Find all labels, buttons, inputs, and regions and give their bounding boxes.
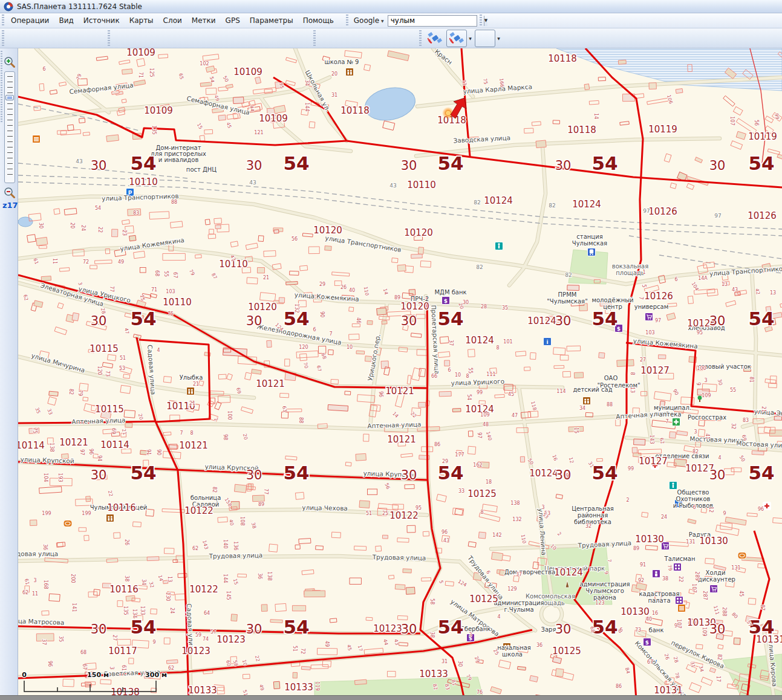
toolbar-grip[interactable] bbox=[346, 15, 348, 26]
search-provider-button[interactable]: Google ▼ bbox=[350, 15, 388, 26]
gps-tool-dropdown[interactable]: ▼ bbox=[495, 30, 502, 47]
panel-grip[interactable] bbox=[1, 51, 2, 123]
zoom-level-label: z17 bbox=[2, 201, 18, 210]
parcel bbox=[419, 403, 426, 407]
quarter-label: 10116 bbox=[109, 584, 138, 595]
house-number: 97 bbox=[79, 449, 85, 455]
house-number: 135 bbox=[123, 606, 128, 615]
menu-item[interactable]: Карты bbox=[125, 15, 158, 27]
parcel bbox=[734, 638, 740, 644]
gps-connect-button[interactable] bbox=[446, 30, 467, 47]
zoom-out-button[interactable] bbox=[3, 186, 16, 199]
house-number: 83 bbox=[133, 210, 139, 216]
house-number: 109 bbox=[480, 412, 489, 418]
house-number: 36 bbox=[257, 573, 262, 579]
menu-item[interactable]: Слои bbox=[158, 15, 187, 27]
quarter-label: 10120 bbox=[248, 302, 277, 313]
toolbar-grip[interactable] bbox=[419, 30, 422, 46]
gps-tool-button[interactable] bbox=[475, 30, 495, 47]
scale-label: 0 bbox=[22, 671, 27, 679]
menu-item[interactable]: GPS bbox=[221, 15, 245, 27]
search-input[interactable] bbox=[388, 16, 484, 25]
menu-item[interactable]: Операции bbox=[6, 15, 54, 27]
poi-label: муниципал. bbox=[654, 404, 691, 411]
menu-item[interactable]: Источник bbox=[79, 15, 125, 27]
parcel bbox=[255, 77, 261, 83]
house-number: 95 bbox=[415, 505, 422, 511]
house-number: 14А bbox=[698, 276, 708, 281]
title-bar[interactable]: SAS.Планета 131111.7624 Stable bbox=[0, 0, 782, 13]
house-number: 57 bbox=[210, 629, 217, 635]
house-number: 4 bbox=[718, 455, 721, 461]
menu-item[interactable]: Помощь bbox=[298, 15, 339, 27]
district-54-label: 54 bbox=[283, 462, 309, 484]
quarter-label: 10124 bbox=[465, 404, 494, 415]
poi-label: Росгосстрах bbox=[688, 414, 726, 421]
house-number: 75 bbox=[32, 427, 37, 433]
quarter-label: 10122 bbox=[189, 584, 218, 595]
district-30-label: 30 bbox=[709, 314, 726, 328]
toolbar-grip[interactable] bbox=[313, 30, 316, 46]
map-canvas[interactable]: P$$ii$$Семафорная улицаСемафорная улицаШ… bbox=[18, 48, 782, 695]
district-30-label: 30 bbox=[246, 158, 262, 173]
menu-item[interactable]: Вид bbox=[54, 15, 78, 27]
house-number: 72 bbox=[300, 648, 305, 654]
house-number: 103 bbox=[166, 289, 175, 294]
scale-label: 150 м bbox=[87, 671, 109, 679]
toolbar-grip[interactable] bbox=[2, 15, 4, 26]
parcel bbox=[168, 445, 178, 449]
quarter-label: 10115 bbox=[95, 404, 124, 415]
house-number: 7 bbox=[638, 296, 644, 299]
poi-label: начальная bbox=[497, 644, 531, 651]
house-number: 109 bbox=[702, 393, 711, 398]
house-number: 20 bbox=[70, 222, 75, 228]
house-number: 12 bbox=[708, 507, 714, 513]
house-number: 2 bbox=[626, 497, 629, 503]
quarter-label: 10125 bbox=[552, 646, 581, 656]
house-number: 59 bbox=[195, 632, 201, 638]
poi-label: Холди bbox=[706, 569, 726, 576]
district-30-label: 30 bbox=[91, 314, 107, 328]
house-number: 35 bbox=[58, 636, 64, 642]
district-54-label: 54 bbox=[591, 616, 617, 638]
house-number: 27 bbox=[112, 635, 117, 641]
toolbar-grip[interactable] bbox=[480, 15, 482, 26]
zoom-slider-handle[interactable] bbox=[5, 95, 14, 100]
menu-item[interactable]: Метки bbox=[187, 15, 221, 27]
quarter-label: 10130 bbox=[621, 606, 650, 617]
search-dropdown-button[interactable]: ▼ bbox=[484, 16, 487, 26]
parcel bbox=[30, 520, 37, 526]
parcel bbox=[445, 360, 450, 366]
grid-purple-icon bbox=[674, 563, 682, 571]
poi-label: районная bbox=[578, 512, 608, 519]
toolbar-grip[interactable] bbox=[108, 30, 110, 46]
house-number: 119 bbox=[314, 681, 320, 690]
toolbar-grip[interactable] bbox=[2, 30, 4, 46]
poi-label: школа bbox=[502, 651, 523, 658]
house-number: 89 bbox=[633, 546, 639, 551]
house-number: 90 bbox=[319, 311, 325, 317]
house-number: 45 bbox=[508, 392, 514, 397]
area-label: площадь bbox=[616, 270, 645, 276]
zoom-in-button[interactable] bbox=[3, 56, 16, 68]
zoom-slider[interactable] bbox=[4, 71, 15, 183]
gps-connect-dropdown[interactable]: ▼ bbox=[467, 30, 474, 47]
parcel bbox=[252, 495, 264, 502]
house-number: 6 bbox=[692, 505, 696, 510]
quarter-label: 10123 bbox=[181, 646, 210, 656]
house-number: 82 bbox=[212, 487, 217, 493]
house-number: 53 bbox=[119, 366, 125, 371]
house-number: 3 bbox=[541, 505, 544, 510]
house-number: 29 bbox=[442, 459, 448, 464]
status-bar bbox=[0, 695, 782, 700]
house-number: 91 bbox=[640, 562, 646, 568]
menu-item[interactable]: Параметры bbox=[245, 15, 298, 27]
house-number: 107 bbox=[729, 116, 735, 125]
km-number: 82 bbox=[476, 264, 483, 270]
quarter-label: 10120 bbox=[400, 301, 429, 312]
parcel bbox=[41, 276, 51, 281]
quarter-label: 10121 bbox=[387, 434, 416, 445]
house-number: 107 bbox=[676, 619, 682, 628]
quarter-label: 10110 bbox=[163, 297, 192, 308]
district-54-label: 54 bbox=[748, 152, 774, 174]
